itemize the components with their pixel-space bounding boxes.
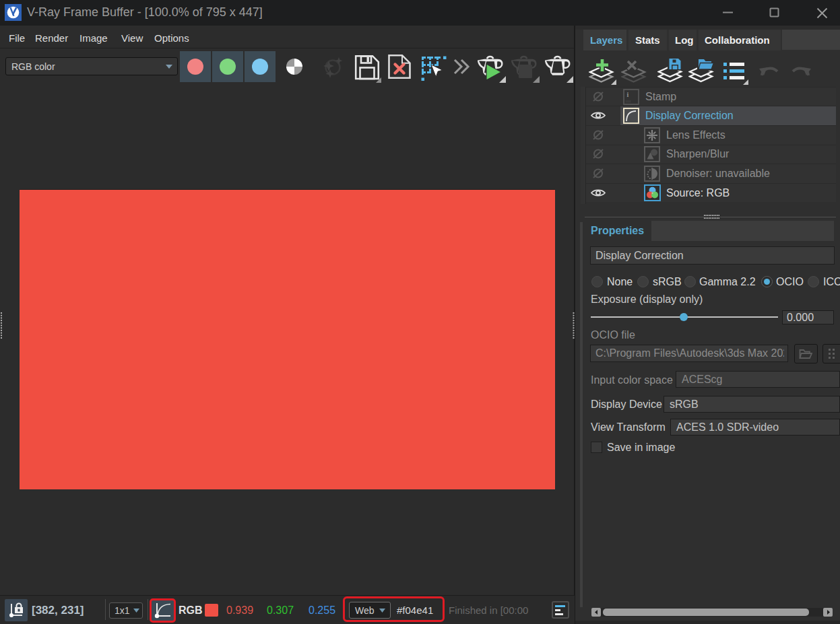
svg-text:i: i: [627, 91, 629, 98]
